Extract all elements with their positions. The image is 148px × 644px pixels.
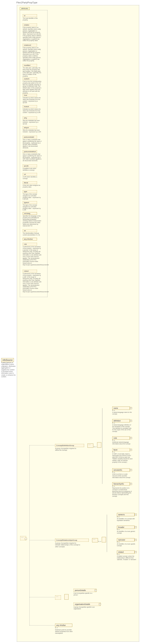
- element-name[interactable]: name: [112, 406, 130, 410]
- element-annotation: Extension point for provider-defined pro…: [55, 629, 76, 634]
- element-facet[interactable]: facet: [112, 448, 130, 452]
- attr-desc: If the property value is not defined, sp…: [23, 47, 42, 62]
- multiplicity-label: 0..∞: [112, 472, 115, 473]
- connector-line: [30, 445, 30, 625]
- sequence-compositor[interactable]: [55, 596, 61, 600]
- attributes-header[interactable]: attributes: [20, 7, 30, 10]
- connector-line: [30, 540, 55, 540]
- group-annotation: A group of properties required to define…: [55, 448, 80, 451]
- attr-desc: The local identifier of the property.: [23, 18, 42, 21]
- element-organisation-details[interactable]: organisationDetails: [74, 602, 100, 606]
- expand-icon[interactable]: +: [130, 407, 132, 409]
- expand-icon[interactable]: +: [99, 603, 101, 605]
- expand-icon[interactable]: +: [134, 526, 137, 528]
- attr-role[interactable]: role: [23, 243, 37, 246]
- element-annotation: An identifier of a more specific concept…: [117, 543, 138, 546]
- attr-typeuri[interactable]: typeuri: [23, 201, 37, 204]
- element-person-details[interactable]: personDetails: [74, 589, 96, 592]
- expand-icon[interactable]: +: [130, 449, 132, 451]
- attr-desc: Indicates by which means the value was e…: [23, 108, 42, 113]
- connector-line: [30, 625, 55, 626]
- element-annotation: A natural language definition of the sem…: [112, 424, 133, 432]
- attr-type[interactable]: type: [23, 190, 37, 193]
- multiplicity-label: 0..∞: [112, 451, 115, 453]
- element-annotation: A group of properties specific to an org…: [74, 606, 97, 610]
- multiplicity-label: 0..∞: [55, 627, 58, 628]
- element-narrower[interactable]: narrower: [117, 538, 134, 542]
- expand-icon[interactable]: +: [134, 539, 137, 541]
- attr-desc: A refinement of the semantics of the pro…: [23, 246, 42, 266]
- element-definition[interactable]: definition: [112, 419, 130, 422]
- sequence-compositor[interactable]: [92, 538, 98, 542]
- multiplicity-label: 0..∞: [117, 541, 120, 543]
- multiplicity-label: 0..∞: [98, 541, 101, 542]
- type-title: Flex1PartyPropType: [16, 1, 38, 4]
- attr-id[interactable]: id: [23, 14, 37, 17]
- attr-desc: Indicates by which means the value was e…: [23, 97, 42, 104]
- attr-desc: The type of the concept assigned as cont…: [23, 204, 42, 211]
- element-annotation: A set of properties specific to a person: [74, 592, 97, 596]
- attr-desc: If the property value is not defined, sp…: [23, 27, 42, 42]
- expand-icon[interactable]: -: [25, 538, 27, 540]
- attr-modified[interactable]: modified: [23, 64, 37, 67]
- attr-desc: A URI which identifies a concept.: [23, 176, 42, 180]
- attr-desc: The directionality of textual content (e…: [23, 232, 42, 236]
- attr-whyuri[interactable]: whyuri: [23, 126, 37, 129]
- expand-icon[interactable]: +: [130, 483, 132, 485]
- root-annotation: A party (person or organisation) which o…: [1, 362, 16, 378]
- attr-creator[interactable]: creator: [23, 24, 37, 26]
- attr-xmllang[interactable]: xml:lang: [23, 212, 37, 215]
- attr-desc: One or many constraints that apply to pu…: [23, 153, 42, 162]
- attr-pubconstraint[interactable]: pubconstraint: [23, 136, 37, 138]
- attr-how[interactable]: how: [23, 94, 37, 96]
- attr-why[interactable]: why: [23, 116, 37, 119]
- sequence-compositor[interactable]: [88, 444, 93, 448]
- root-element[interactable]: infoSource: [1, 358, 14, 362]
- multiplicity-label: 0..∞: [117, 516, 120, 518]
- attr-uri[interactable]: uri: [23, 173, 37, 176]
- element-sameas[interactable]: sameAs: [117, 513, 134, 516]
- choice-compositor[interactable]: [102, 537, 106, 542]
- element-annotation: Additional natural language information …: [112, 442, 133, 445]
- expand-icon[interactable]: +: [130, 420, 132, 422]
- expand-icon[interactable]: +: [130, 469, 132, 471]
- multiplicity-label: 0..∞: [112, 485, 115, 487]
- element-annotation: Represents the position of a concept in …: [112, 487, 133, 497]
- attr-creatoruri[interactable]: creatoruri: [23, 44, 37, 46]
- attr-desc: A free-text value assigned as property v…: [23, 184, 42, 188]
- connector-line: [30, 597, 55, 597]
- connector-line: [102, 408, 102, 484]
- attr-howuri[interactable]: howuri: [23, 105, 37, 108]
- multiplicity-label: 0..∞: [112, 410, 115, 411]
- element-annotation: In NAR 1.8 and later, facet is deprecate…: [112, 453, 133, 463]
- connector-line: [0, 2, 10, 2]
- attr-pubconstrainturi[interactable]: pubconstrainturi: [23, 150, 37, 153]
- choice-compositor[interactable]: [97, 442, 101, 448]
- expand-icon[interactable]: +: [134, 514, 137, 516]
- attr-custom[interactable]: custom: [23, 78, 37, 80]
- attr-dir[interactable]: dir: [23, 229, 37, 232]
- expand-icon[interactable]: +: [94, 589, 97, 592]
- element-related[interactable]: related: [117, 550, 134, 554]
- attr-desc: Specifies the language of this property …: [23, 215, 42, 227]
- element-annotation: An identifier of a concept with equivale…: [117, 518, 138, 521]
- group-concept-relationships[interactable]: ConceptRelationshipsGroup: [55, 538, 89, 542]
- expand-icon[interactable]: +: [130, 437, 132, 439]
- attr-desc: Why the metadata has been included - exp…: [23, 120, 42, 124]
- attr-literal[interactable]: literal: [23, 181, 37, 184]
- element-broader[interactable]: broader: [117, 526, 134, 529]
- element-note[interactable]: note: [112, 436, 130, 440]
- choice-compositor[interactable]: [64, 594, 68, 600]
- expand-icon[interactable]: +: [134, 551, 137, 553]
- group-concept-definition[interactable]: ConceptDefinitionGroup: [55, 444, 84, 447]
- attr-qcode[interactable]: qcode: [23, 164, 37, 167]
- multiplicity-label: 0..∞: [117, 529, 120, 530]
- element-any[interactable]: any ##other: [55, 624, 72, 627]
- element-hierarchyinfo[interactable]: hierarchyInfo: [112, 482, 130, 486]
- attr-anyother[interactable]: any ##other: [23, 238, 37, 240]
- attr-roleuri[interactable]: roleuri: [23, 270, 37, 272]
- attr-desc: If set to true the corresponding propert…: [23, 80, 42, 94]
- multiplicity-label: 0..∞: [117, 554, 120, 555]
- element-remoteinfo[interactable]: remoteInfo: [112, 468, 130, 472]
- multiplicity-label: 0..∞: [94, 446, 96, 448]
